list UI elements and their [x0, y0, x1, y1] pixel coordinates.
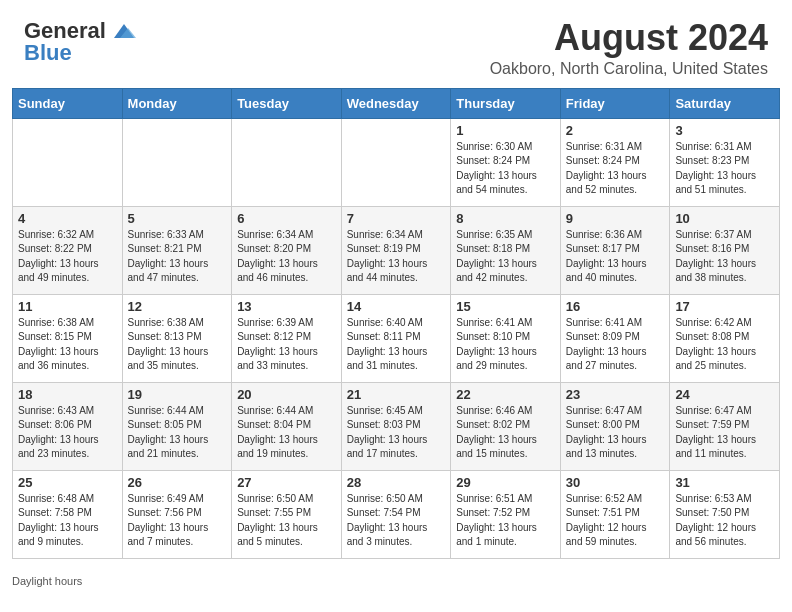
- calendar-cell: 30Sunrise: 6:52 AM Sunset: 7:51 PM Dayli…: [560, 470, 670, 558]
- day-info: Sunrise: 6:50 AM Sunset: 7:55 PM Dayligh…: [237, 492, 336, 550]
- day-info: Sunrise: 6:32 AM Sunset: 8:22 PM Dayligh…: [18, 228, 117, 286]
- calendar-cell: [13, 118, 123, 206]
- day-number: 12: [128, 299, 227, 314]
- day-info: Sunrise: 6:38 AM Sunset: 8:13 PM Dayligh…: [128, 316, 227, 374]
- calendar-cell: 12Sunrise: 6:38 AM Sunset: 8:13 PM Dayli…: [122, 294, 232, 382]
- day-number: 15: [456, 299, 555, 314]
- calendar-table: SundayMondayTuesdayWednesdayThursdayFrid…: [12, 88, 780, 559]
- calendar-cell: 18Sunrise: 6:43 AM Sunset: 8:06 PM Dayli…: [13, 382, 123, 470]
- calendar-week-row: 4Sunrise: 6:32 AM Sunset: 8:22 PM Daylig…: [13, 206, 780, 294]
- calendar-wrapper: SundayMondayTuesdayWednesdayThursdayFrid…: [0, 88, 792, 571]
- calendar-cell: 24Sunrise: 6:47 AM Sunset: 7:59 PM Dayli…: [670, 382, 780, 470]
- day-info: Sunrise: 6:43 AM Sunset: 8:06 PM Dayligh…: [18, 404, 117, 462]
- calendar-header-friday: Friday: [560, 88, 670, 118]
- day-number: 23: [566, 387, 665, 402]
- day-info: Sunrise: 6:45 AM Sunset: 8:03 PM Dayligh…: [347, 404, 446, 462]
- day-info: Sunrise: 6:53 AM Sunset: 7:50 PM Dayligh…: [675, 492, 774, 550]
- day-info: Sunrise: 6:34 AM Sunset: 8:19 PM Dayligh…: [347, 228, 446, 286]
- day-number: 11: [18, 299, 117, 314]
- calendar-cell: [341, 118, 451, 206]
- day-info: Sunrise: 6:38 AM Sunset: 8:15 PM Dayligh…: [18, 316, 117, 374]
- day-info: Sunrise: 6:33 AM Sunset: 8:21 PM Dayligh…: [128, 228, 227, 286]
- calendar-cell: 25Sunrise: 6:48 AM Sunset: 7:58 PM Dayli…: [13, 470, 123, 558]
- calendar-header-monday: Monday: [122, 88, 232, 118]
- day-number: 25: [18, 475, 117, 490]
- day-number: 16: [566, 299, 665, 314]
- day-number: 2: [566, 123, 665, 138]
- calendar-cell: 10Sunrise: 6:37 AM Sunset: 8:16 PM Dayli…: [670, 206, 780, 294]
- day-number: 26: [128, 475, 227, 490]
- day-number: 28: [347, 475, 446, 490]
- day-number: 9: [566, 211, 665, 226]
- day-number: 18: [18, 387, 117, 402]
- day-info: Sunrise: 6:40 AM Sunset: 8:11 PM Dayligh…: [347, 316, 446, 374]
- calendar-cell: 6Sunrise: 6:34 AM Sunset: 8:20 PM Daylig…: [232, 206, 342, 294]
- day-number: 27: [237, 475, 336, 490]
- legend-section: Daylight hours: [0, 571, 792, 595]
- day-info: Sunrise: 6:41 AM Sunset: 8:09 PM Dayligh…: [566, 316, 665, 374]
- calendar-header-thursday: Thursday: [451, 88, 561, 118]
- day-info: Sunrise: 6:41 AM Sunset: 8:10 PM Dayligh…: [456, 316, 555, 374]
- day-info: Sunrise: 6:30 AM Sunset: 8:24 PM Dayligh…: [456, 140, 555, 198]
- calendar-cell: 17Sunrise: 6:42 AM Sunset: 8:08 PM Dayli…: [670, 294, 780, 382]
- day-info: Sunrise: 6:47 AM Sunset: 7:59 PM Dayligh…: [675, 404, 774, 462]
- day-number: 4: [18, 211, 117, 226]
- day-info: Sunrise: 6:39 AM Sunset: 8:12 PM Dayligh…: [237, 316, 336, 374]
- calendar-cell: 23Sunrise: 6:47 AM Sunset: 8:00 PM Dayli…: [560, 382, 670, 470]
- calendar-header-sunday: Sunday: [13, 88, 123, 118]
- day-number: 24: [675, 387, 774, 402]
- calendar-cell: 26Sunrise: 6:49 AM Sunset: 7:56 PM Dayli…: [122, 470, 232, 558]
- calendar-cell: [122, 118, 232, 206]
- day-info: Sunrise: 6:44 AM Sunset: 8:05 PM Dayligh…: [128, 404, 227, 462]
- day-number: 1: [456, 123, 555, 138]
- calendar-cell: 29Sunrise: 6:51 AM Sunset: 7:52 PM Dayli…: [451, 470, 561, 558]
- day-number: 20: [237, 387, 336, 402]
- calendar-cell: 14Sunrise: 6:40 AM Sunset: 8:11 PM Dayli…: [341, 294, 451, 382]
- day-number: 8: [456, 211, 555, 226]
- day-info: Sunrise: 6:46 AM Sunset: 8:02 PM Dayligh…: [456, 404, 555, 462]
- day-info: Sunrise: 6:51 AM Sunset: 7:52 PM Dayligh…: [456, 492, 555, 550]
- calendar-cell: 16Sunrise: 6:41 AM Sunset: 8:09 PM Dayli…: [560, 294, 670, 382]
- day-info: Sunrise: 6:44 AM Sunset: 8:04 PM Dayligh…: [237, 404, 336, 462]
- calendar-cell: 27Sunrise: 6:50 AM Sunset: 7:55 PM Dayli…: [232, 470, 342, 558]
- day-info: Sunrise: 6:35 AM Sunset: 8:18 PM Dayligh…: [456, 228, 555, 286]
- logo: General Blue: [24, 18, 138, 66]
- location-text: Oakboro, North Carolina, United States: [490, 60, 768, 78]
- day-number: 19: [128, 387, 227, 402]
- calendar-cell: 5Sunrise: 6:33 AM Sunset: 8:21 PM Daylig…: [122, 206, 232, 294]
- day-number: 21: [347, 387, 446, 402]
- calendar-cell: 3Sunrise: 6:31 AM Sunset: 8:23 PM Daylig…: [670, 118, 780, 206]
- calendar-cell: 2Sunrise: 6:31 AM Sunset: 8:24 PM Daylig…: [560, 118, 670, 206]
- title-section: August 2024 Oakboro, North Carolina, Uni…: [490, 18, 768, 78]
- day-number: 6: [237, 211, 336, 226]
- day-info: Sunrise: 6:42 AM Sunset: 8:08 PM Dayligh…: [675, 316, 774, 374]
- calendar-cell: 28Sunrise: 6:50 AM Sunset: 7:54 PM Dayli…: [341, 470, 451, 558]
- day-info: Sunrise: 6:31 AM Sunset: 8:24 PM Dayligh…: [566, 140, 665, 198]
- day-info: Sunrise: 6:37 AM Sunset: 8:16 PM Dayligh…: [675, 228, 774, 286]
- day-info: Sunrise: 6:31 AM Sunset: 8:23 PM Dayligh…: [675, 140, 774, 198]
- day-info: Sunrise: 6:47 AM Sunset: 8:00 PM Dayligh…: [566, 404, 665, 462]
- calendar-header-wednesday: Wednesday: [341, 88, 451, 118]
- calendar-cell: 19Sunrise: 6:44 AM Sunset: 8:05 PM Dayli…: [122, 382, 232, 470]
- day-info: Sunrise: 6:50 AM Sunset: 7:54 PM Dayligh…: [347, 492, 446, 550]
- month-year-title: August 2024: [490, 18, 768, 58]
- calendar-cell: 11Sunrise: 6:38 AM Sunset: 8:15 PM Dayli…: [13, 294, 123, 382]
- calendar-week-row: 25Sunrise: 6:48 AM Sunset: 7:58 PM Dayli…: [13, 470, 780, 558]
- day-number: 22: [456, 387, 555, 402]
- calendar-week-row: 1Sunrise: 6:30 AM Sunset: 8:24 PM Daylig…: [13, 118, 780, 206]
- day-number: 17: [675, 299, 774, 314]
- day-number: 5: [128, 211, 227, 226]
- day-info: Sunrise: 6:36 AM Sunset: 8:17 PM Dayligh…: [566, 228, 665, 286]
- calendar-cell: [232, 118, 342, 206]
- calendar-cell: 8Sunrise: 6:35 AM Sunset: 8:18 PM Daylig…: [451, 206, 561, 294]
- day-info: Sunrise: 6:48 AM Sunset: 7:58 PM Dayligh…: [18, 492, 117, 550]
- calendar-cell: 15Sunrise: 6:41 AM Sunset: 8:10 PM Dayli…: [451, 294, 561, 382]
- calendar-header-row: SundayMondayTuesdayWednesdayThursdayFrid…: [13, 88, 780, 118]
- calendar-cell: 9Sunrise: 6:36 AM Sunset: 8:17 PM Daylig…: [560, 206, 670, 294]
- day-info: Sunrise: 6:34 AM Sunset: 8:20 PM Dayligh…: [237, 228, 336, 286]
- calendar-cell: 13Sunrise: 6:39 AM Sunset: 8:12 PM Dayli…: [232, 294, 342, 382]
- day-info: Sunrise: 6:52 AM Sunset: 7:51 PM Dayligh…: [566, 492, 665, 550]
- calendar-week-row: 11Sunrise: 6:38 AM Sunset: 8:15 PM Dayli…: [13, 294, 780, 382]
- day-info: Sunrise: 6:49 AM Sunset: 7:56 PM Dayligh…: [128, 492, 227, 550]
- page-header: General Blue August 2024 Oakboro, North …: [0, 0, 792, 88]
